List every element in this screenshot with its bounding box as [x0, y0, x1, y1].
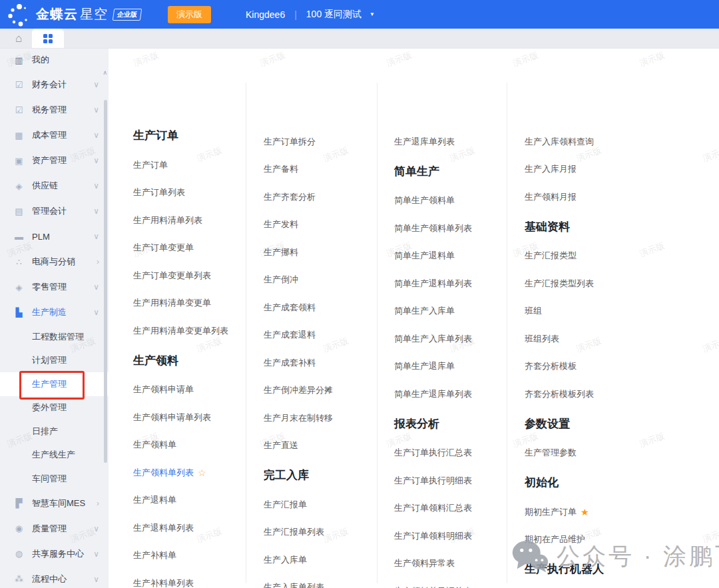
menu-link[interactable]: 生产订单执行汇总表: [394, 440, 517, 467]
menu-link[interactable]: 生产月末在制转移: [264, 404, 387, 432]
menu-link[interactable]: 简单生产入库单列表: [394, 325, 517, 353]
menu-link[interactable]: 简单生产退料单列表: [394, 270, 517, 298]
sidebar-item-asset-management[interactable]: ▣资产管理∨: [0, 148, 109, 173]
menu-link[interactable]: 生产订单执行明细表: [394, 467, 517, 495]
menu-link[interactable]: 生产汇报单列表: [264, 519, 387, 547]
home-icon[interactable]: ⌂: [15, 33, 22, 44]
sidebar-item-planning-management[interactable]: 计划管理: [0, 349, 109, 373]
menu-link[interactable]: 生产订单变更单列表: [133, 262, 256, 290]
scrollbar-up-icon[interactable]: ∧: [103, 69, 107, 76]
sidebar-item-label: 智慧车间MES: [32, 497, 97, 509]
menu-link[interactable]: 生产管理参数: [525, 440, 648, 467]
favorite-star-outline-icon[interactable]: ☆: [198, 468, 206, 477]
sidebar-item-tax-management[interactable]: ☑税务管理∨: [0, 97, 109, 123]
sidebar-item-production-line[interactable]: 生产线生产: [0, 443, 109, 467]
menu-link[interactable]: 生产领料异常表: [394, 550, 517, 578]
sidebar-scrollbar[interactable]: [104, 100, 107, 463]
sidebar-item-supply-chain[interactable]: ◈供应链∨: [0, 173, 109, 198]
sidebar-item-engineering-data[interactable]: 工程数据管理: [0, 325, 109, 349]
sidebar-item-my[interactable]: ▥我的: [0, 48, 109, 72]
sidebar-item-retail-management[interactable]: ◈零售管理∨: [0, 274, 109, 300]
menu-link[interactable]: 生产订单变更单: [133, 234, 256, 262]
menu-link[interactable]: 简单生产领料单: [394, 187, 517, 215]
menu-link[interactable]: 生产汇报单: [264, 491, 387, 519]
sidebar-item-process-center[interactable]: ⁂流程中心∨: [0, 567, 109, 588]
sidebar-item-workshop-management[interactable]: 车间管理: [0, 467, 109, 491]
menu-link[interactable]: 生产用料清单变更单: [133, 290, 256, 318]
menu-link[interactable]: 生产订单拆分: [264, 128, 387, 156]
chevron-down-icon[interactable]: ▼: [369, 11, 375, 17]
menu-link[interactable]: 生产补料单: [133, 542, 256, 570]
menu-link[interactable]: 生产入库单: [264, 546, 387, 574]
menu-link[interactable]: 生产用料清单变更单列表: [133, 317, 256, 345]
account-name[interactable]: Kingdee6: [246, 9, 285, 20]
link-label: 生产订单变更单列表: [133, 270, 211, 282]
sidebar-item-production-manufacturing[interactable]: ▙生产制造∨: [0, 300, 109, 325]
menu-link[interactable]: 生产领料申请单列表: [133, 404, 256, 432]
menu-link[interactable]: 生产入库单列表: [264, 574, 387, 588]
menu-link[interactable]: 生产订单执行机器人: [525, 585, 648, 588]
section-title: 简单生产: [394, 164, 439, 179]
sidebar-item-outsourcing-management[interactable]: 委外管理: [0, 396, 109, 420]
menu-link[interactable]: 生产领料申请单: [133, 376, 256, 404]
menu-link[interactable]: 生产成套补料: [264, 349, 387, 377]
sidebar-item-ecommerce-distribution[interactable]: ∴电商与分销›: [0, 249, 109, 274]
menu-link[interactable]: 生产汇报类型: [525, 242, 648, 270]
menu-link[interactable]: 生产入库月报: [525, 156, 648, 184]
menu-link[interactable]: 生产领料差异汇总表: [394, 577, 517, 588]
tab-app-menu[interactable]: [32, 29, 64, 48]
menu-link[interactable]: 班组列表: [525, 325, 648, 353]
menu-link[interactable]: 生产倒冲差异分摊: [264, 377, 387, 405]
sidebar-item-quality-management[interactable]: ◉质量管理∨: [0, 516, 109, 541]
menu-link[interactable]: 生产订单列表: [133, 179, 256, 207]
menu-link[interactable]: 简单生产入库单: [394, 298, 517, 326]
menu-link[interactable]: 生产退料单列表: [133, 514, 256, 542]
section-title: 基础资料: [525, 219, 570, 234]
menu-link[interactable]: 生产订单领料明细表: [394, 522, 517, 550]
menu-link[interactable]: 生产订单: [133, 151, 256, 179]
tax-management-icon: ☑: [14, 105, 24, 115]
menu-link[interactable]: 生产汇报类型列表: [525, 270, 648, 298]
sidebar-item-plm[interactable]: ▬PLM∨: [0, 224, 109, 249]
menu-link[interactable]: 简单生产退库单列表: [394, 380, 517, 408]
menu-link[interactable]: 齐套分析模板: [525, 353, 648, 381]
sidebar-item-cost-management[interactable]: ▦成本管理∨: [0, 123, 109, 148]
datacenter-name[interactable]: 100 逐同测试: [306, 9, 361, 21]
menu-link[interactable]: 生产退料单: [133, 487, 256, 515]
menu-link[interactable]: 生产成套领料: [264, 294, 387, 322]
menu-link[interactable]: 生产用料清单列表: [133, 206, 256, 234]
menu-link[interactable]: 生产齐套分析: [264, 183, 387, 211]
sidebar-item-smart-workshop-mes[interactable]: ▛智慧车间MES›: [0, 491, 109, 516]
chevron-down-icon: ∨: [93, 282, 99, 292]
menu-link[interactable]: 生产成套退料: [264, 322, 387, 350]
menu-link[interactable]: 生产发料: [264, 211, 387, 239]
link-label: 生产入库单: [264, 554, 307, 566]
menu-link[interactable]: 期初在产品维护: [525, 526, 648, 554]
sidebar-item-finance-accounting[interactable]: ☑财务会计∨: [0, 72, 109, 97]
sidebar-item-production-management[interactable]: 生产管理: [0, 372, 109, 396]
favorite-star-filled-icon[interactable]: ★: [581, 507, 589, 517]
menu-link[interactable]: 生产退库单列表: [394, 128, 517, 156]
link-label: 班组列表: [525, 333, 559, 345]
menu-link[interactable]: 生产领料单列表☆: [133, 459, 256, 487]
menu-link[interactable]: 生产倒冲: [264, 266, 387, 294]
menu-link[interactable]: 期初生产订单★: [525, 498, 648, 526]
menu-link[interactable]: 生产订单领料汇总表: [394, 495, 517, 523]
link-label: 生产直送: [264, 440, 298, 451]
menu-link[interactable]: 齐套分析模板列表: [525, 380, 648, 408]
menu-link[interactable]: 生产挪料: [264, 238, 387, 266]
link-label: 生产用料清单列表: [133, 214, 202, 226]
menu-link[interactable]: 生产入库领料查询: [525, 128, 648, 156]
menu-link[interactable]: 生产补料单列表: [133, 569, 256, 588]
sidebar-item-management-accounting[interactable]: ▤管理会计∨: [0, 198, 109, 224]
sidebar-item-daily-scheduling[interactable]: 日排产: [0, 420, 109, 443]
menu-link[interactable]: 班组: [525, 298, 648, 326]
sidebar-item-shared-service-center[interactable]: ◍共享服务中心∨: [0, 541, 109, 567]
menu-link[interactable]: 生产备料: [264, 156, 387, 184]
menu-link[interactable]: 生产领料单: [133, 432, 256, 459]
menu-link[interactable]: 生产领料月报: [525, 183, 648, 211]
menu-link[interactable]: 简单生产退料单: [394, 242, 517, 270]
menu-link[interactable]: 简单生产领料单列表: [394, 214, 517, 242]
menu-link[interactable]: 生产直送: [264, 432, 387, 460]
menu-link[interactable]: 简单生产退库单: [394, 353, 517, 381]
